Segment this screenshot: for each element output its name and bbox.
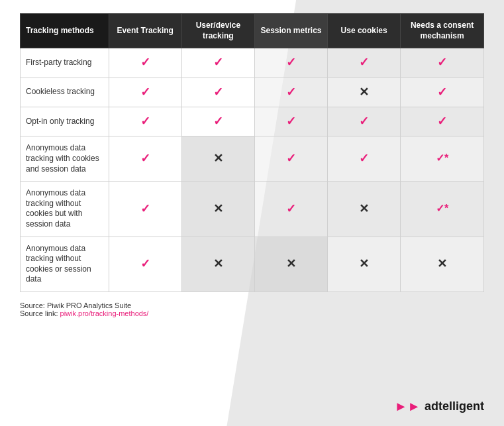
check-icon: ✓ [140,115,150,128]
cell-use-cookies: ✕ [328,78,401,107]
cell-needs-consent: ✓* [401,136,484,182]
check-icon: ✓ [140,257,150,270]
cell-row-name: Opt-in only tracking [21,107,109,136]
check-icon: ✓ [286,85,296,99]
cell-use-cookies: ✓ [328,48,401,78]
cell-event-tracking: ✓ [109,48,181,78]
check-icon: ✓ [140,202,150,215]
check-icon: ✓ [359,152,369,165]
cell-row-name: Anonymous data tracking without cookies … [21,182,109,237]
check-star-icon: ✓* [436,203,448,214]
cell-needs-consent: ✓ [401,107,484,136]
cell-needs-consent: ✓ [401,78,484,107]
cross-icon: ✕ [213,257,223,270]
check-icon: ✓ [140,56,150,69]
check-icon: ✓ [213,115,223,128]
cell-use-cookies: ✕ [328,182,401,237]
cross-icon: ✕ [359,202,369,215]
cell-event-tracking: ✓ [109,237,181,292]
cell-user-device: ✓ [181,78,254,107]
cell-user-device: ✕ [181,136,254,182]
cell-needs-consent: ✕ [401,237,484,292]
source-link-prefix: Source link: [20,309,60,317]
cell-session-metrics: ✓ [254,48,327,78]
check-icon: ✓ [359,115,369,128]
source-label: Source: Piwik PRO Analytics Suite [20,301,484,309]
logo-area: ►► adtelligent [394,399,484,414]
col-header-session-metrics: Session metrics [254,14,327,48]
cell-use-cookies: ✓ [328,136,401,182]
logo-text: adtelligent [425,399,484,413]
col-header-event-tracking: Event Tracking [109,14,181,48]
check-icon: ✓ [286,56,296,69]
cell-row-name: Anonymous data tracking with cookies and… [21,136,109,182]
cell-user-device: ✓ [181,48,254,78]
col-header-use-cookies: Use cookies [328,14,401,48]
cell-event-tracking: ✓ [109,78,181,107]
cross-icon: ✕ [359,85,369,99]
cell-event-tracking: ✓ [109,182,181,237]
col-header-needs-consent: Needs a consent mechanism [401,14,484,48]
table-header-row: Tracking methods Event Tracking User/dev… [21,14,484,48]
main-content: Tracking methods Event Tracking User/dev… [20,13,484,317]
tracking-methods-table: Tracking methods Event Tracking User/dev… [20,13,484,292]
cell-row-name: Cookieless tracking [21,78,109,107]
cross-icon: ✕ [213,202,223,215]
source-link[interactable]: piwik.pro/tracking-methods/ [60,309,149,317]
check-icon: ✓ [437,115,447,128]
table-row: Anonymous data tracking without cookies … [21,237,484,292]
check-icon: ✓ [213,85,223,99]
check-icon: ✓ [359,56,369,69]
table-row: First-party tracking✓✓✓✓✓ [21,48,484,78]
cell-session-metrics: ✓ [254,107,327,136]
check-icon: ✓ [286,202,296,215]
cross-icon: ✕ [359,257,369,270]
footer-section: Source: Piwik PRO Analytics Suite Source… [20,301,484,317]
cell-user-device: ✓ [181,107,254,136]
check-icon: ✓ [437,85,447,99]
check-icon: ✓ [286,152,296,165]
check-star-icon: ✓* [436,152,448,164]
cell-event-tracking: ✓ [109,107,181,136]
table-row: Cookieless tracking✓✓✓✕✓ [21,78,484,107]
table-row: Opt-in only tracking✓✓✓✓✓ [21,107,484,136]
logo-icon: ►► [394,399,421,414]
check-icon: ✓ [140,152,150,165]
check-icon: ✓ [140,85,150,99]
cell-user-device: ✕ [181,237,254,292]
table-row: Anonymous data tracking without cookies … [21,182,484,237]
cell-needs-consent: ✓* [401,182,484,237]
cell-needs-consent: ✓ [401,48,484,78]
check-icon: ✓ [437,56,447,69]
check-icon: ✓ [286,115,296,128]
cell-session-metrics: ✕ [254,237,327,292]
cell-user-device: ✕ [181,182,254,237]
source-link-line: Source link: piwik.pro/tracking-methods/ [20,309,484,317]
cell-session-metrics: ✓ [254,136,327,182]
cross-icon: ✕ [286,257,296,270]
cell-use-cookies: ✕ [328,237,401,292]
cell-row-name: Anonymous data tracking without cookies … [21,237,109,292]
cell-row-name: First-party tracking [21,48,109,78]
page-wrapper: Tracking methods Event Tracking User/dev… [0,0,504,426]
cell-session-metrics: ✓ [254,182,327,237]
cell-use-cookies: ✓ [328,107,401,136]
col-header-tracking-methods: Tracking methods [21,14,109,48]
cross-icon: ✕ [213,152,223,165]
check-icon: ✓ [213,56,223,69]
cell-session-metrics: ✓ [254,78,327,107]
table-row: Anonymous data tracking with cookies and… [21,136,484,182]
cross-icon: ✕ [437,257,447,270]
col-header-user-device: User/device tracking [181,14,254,48]
cell-event-tracking: ✓ [109,136,181,182]
